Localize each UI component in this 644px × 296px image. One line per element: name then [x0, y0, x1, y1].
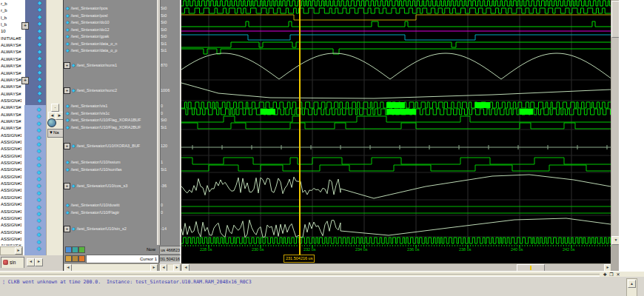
process-list-item[interactable]: ALWAYS#1292	[1, 112, 21, 118]
cursor-time-badge[interactable]: 231.504216 us	[284, 255, 315, 263]
wave-window: ◆/test_Sintesator/ipos ◆/test_Sintesator…	[63, 0, 620, 271]
process-list-item[interactable]: ALWAYS#1011	[1, 42, 21, 49]
process-list-item[interactable]: ALWAYS#1061	[1, 49, 21, 56]
signal-row[interactable]: ◆/test_Sintesator/vis1	[64, 103, 157, 110]
wave-tool-icon[interactable]	[65, 246, 72, 253]
process-list-item[interactable]: ALWAYS#1373	[1, 243, 21, 246]
tree-expand-icon[interactable]: +	[21, 77, 29, 84]
process-list-item[interactable]: l_b	[1, 15, 21, 21]
signal-row[interactable]: ◆/test_Sintesator/do10	[64, 19, 157, 26]
signal-diamond-icon: ◆	[38, 35, 41, 40]
signal-row[interactable]: +◆/test_Sintesator/U10/IXORA3_BUF	[64, 143, 157, 149]
timeline-ticks	[181, 245, 611, 254]
process-list-item[interactable]: ASSIGN#1370	[1, 229, 21, 236]
signal-tree-strip-lower[interactable]: ◆◆◆◆◆◆◆◆◆◆◆◆◆◆◆◆◆◆◆◆◆	[24, 105, 46, 255]
wave-tool-icon[interactable]	[72, 246, 78, 253]
process-list-item[interactable]: 10	[1, 28, 21, 35]
process-list-item[interactable]: ASSIGN#1371	[1, 236, 21, 243]
expand-icon[interactable]: +	[64, 226, 70, 232]
wave-tool-icon[interactable]	[78, 246, 85, 253]
wrench-icon[interactable]	[72, 255, 78, 262]
signal-row[interactable]: ◆/test_Sintesator/U10/Flag_XORA2BUF	[64, 124, 157, 131]
signal-row[interactable]: ◆/test_Sintesator/U10/issium	[64, 159, 157, 166]
scroll-up-icon[interactable]: ▲	[628, 280, 636, 288]
signal-row[interactable]: ◆/test_Sintesator/U10/sunifas	[64, 166, 157, 173]
process-list-item[interactable]: ASSIGN#1360	[1, 160, 21, 166]
process-list-panel[interactable]: r_br_bl_bl_b10INITIAL#879ALWAYS#1011ALWA…	[0, 0, 21, 246]
signal-row[interactable]: ◆/test_Sintesator/U10/Flag_XORA1BUF	[64, 117, 157, 124]
pane-right-icon[interactable]: ►	[35, 258, 43, 266]
process-list-item[interactable]: ASSIGN#1366	[1, 201, 21, 208]
process-list-item[interactable]: r_b	[1, 7, 21, 14]
process-list-item[interactable]: ALWAYS#1099	[1, 63, 21, 70]
time-cursor-line[interactable]	[299, 0, 301, 255]
signal-diamond-icon: ◆	[38, 98, 41, 103]
signal-row[interactable]: ◆/test_Sintesator/gpak	[64, 33, 157, 40]
wave-tool-icon[interactable]	[78, 255, 85, 262]
process-list-item[interactable]: ALWAYS#1085	[1, 56, 21, 63]
process-list-item[interactable]: ASSIGN#1367	[1, 209, 21, 215]
process-list-item[interactable]: ALWAYS#1152	[1, 70, 21, 77]
process-list-item[interactable]: ASSIGN#1363	[1, 181, 21, 187]
signal-value: St0	[161, 27, 180, 33]
process-list-item[interactable]: l_b	[1, 21, 21, 28]
signal-row[interactable]: ◆/test_Sintesator/ipos	[64, 5, 157, 12]
process-list-item[interactable]: ALWAYS#1192	[1, 77, 21, 84]
process-list-item[interactable]: ASSIGN#1356	[1, 132, 21, 139]
name-column-header[interactable]: ▼Na	[47, 129, 64, 138]
signal-row[interactable]: ◆/test_Sintesator/U10/duwitt	[64, 202, 157, 209]
process-list-item[interactable]: ASSIGN#1358	[1, 146, 21, 152]
signal-row[interactable]: ◆/test_Sintesator/data_o_p	[64, 47, 157, 54]
signal-row[interactable]: +◆/test_Sintesator/U10/cos_s3	[64, 183, 157, 189]
console-vscrollbar[interactable]: ▲	[626, 278, 637, 296]
process-list-item[interactable]: ALWAYS#1260	[1, 91, 21, 98]
process-list-item[interactable]: ALWAYS#1204	[1, 84, 21, 90]
process-list-item[interactable]: ASSIGN#1361	[1, 166, 21, 173]
process-list-item[interactable]: r_b	[1, 1, 21, 7]
signal-tree-strip-upper[interactable]: ◆◆◆◆◆◆◆◆◆◆◆◆◆◆◆	[24, 0, 47, 105]
process-list-item[interactable]: ASSIGN#1272	[1, 98, 21, 104]
signal-row[interactable]: +◆/test_Sintesator/suns1	[64, 62, 157, 69]
process-list-hscrollbar[interactable]: ►	[0, 246, 23, 255]
minimize-button[interactable]: -	[51, 104, 59, 112]
process-list-item[interactable]: ASSIGN#1369	[1, 222, 21, 229]
cursor-track[interactable]: 231.504216 us	[181, 254, 611, 263]
signal-diamond-icon: ◆	[66, 104, 70, 108]
signal-diamond-icon: ◆	[37, 141, 41, 147]
expand-icon[interactable]: +	[64, 62, 70, 69]
transcript-console[interactable]: ¦ CLKB went unknown at time 200.0. Insta…	[0, 277, 644, 296]
process-list-item[interactable]: ALWAYS#1343	[1, 125, 21, 132]
cursor-name-cell[interactable]: Cursor 1	[86, 255, 159, 263]
expand-icon[interactable]: +	[64, 183, 70, 189]
process-list-item[interactable]: ASSIGN#1362	[1, 174, 21, 181]
signal-row[interactable]: +◆/test_Sintesator/sunc2	[64, 87, 157, 94]
timeline-tick-label: 242 us	[563, 247, 575, 252]
signal-row[interactable]: ◆/test_Sintesator/do12	[64, 27, 157, 33]
signal-row[interactable]: ◆/test_Sintesator/U10/Flagtr	[64, 209, 157, 216]
process-list-item[interactable]: INITIAL#879	[1, 36, 21, 42]
lock-icon[interactable]	[65, 255, 72, 262]
scroll-right-icon[interactable]: ►	[15, 247, 22, 255]
signal-values-panel[interactable]: St0St0St0St0St0St1St1870100600St0St11201…	[159, 0, 180, 244]
process-list-item[interactable]: ASSIGN#1364	[1, 187, 21, 194]
signal-row[interactable]: ◆/test_Sintesator/data_o_n	[64, 41, 157, 47]
signal-row[interactable]: +◆/test_Sintesator/U10/sin_s2	[64, 226, 157, 232]
gear-icon[interactable]	[47, 118, 56, 127]
process-list-item[interactable]: ALWAYS#1276	[1, 104, 21, 111]
signal-names-panel[interactable]: ◆/test_Sintesator/ipos ◆/test_Sintesator…	[64, 0, 157, 244]
pane-left-icon[interactable]: ◄	[27, 258, 35, 266]
tree-expand-icon[interactable]: +	[21, 22, 29, 30]
expand-icon[interactable]: +	[64, 143, 70, 149]
process-list-item[interactable]: ASSIGN#1368	[1, 215, 21, 222]
signal-row[interactable]: ◆/test_Sintesator/vis1c	[64, 110, 157, 117]
expand-icon[interactable]: +	[64, 87, 70, 94]
tab-sin[interactable]: sin	[1, 257, 24, 268]
process-list-item[interactable]: ASSIGN#1365	[1, 195, 21, 201]
process-list-item[interactable]: ALWAYS#1321	[1, 118, 21, 125]
waveform-area[interactable]	[181, 0, 611, 244]
timeline-axis[interactable]: 228 us230 us232 us234 us236 us238 us240 …	[181, 244, 611, 254]
signal-diamond-icon: ◆	[38, 49, 41, 54]
signal-row[interactable]: ◆/test_Sintesator/posl	[64, 13, 157, 19]
process-list-item[interactable]: ASSIGN#1357	[1, 139, 21, 146]
process-list-item[interactable]: ASSIGN#1359	[1, 153, 21, 160]
